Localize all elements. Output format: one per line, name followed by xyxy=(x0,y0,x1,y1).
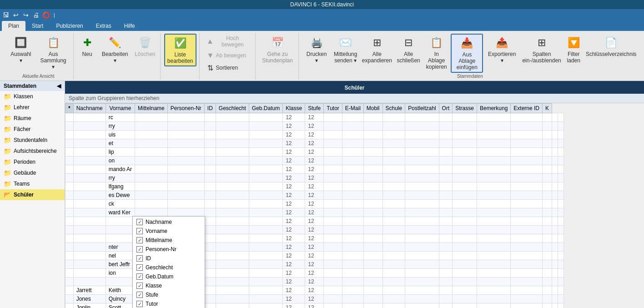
col-header-vorname[interactable]: Vorname xyxy=(106,104,135,113)
table-row[interactable]: rry1212 xyxy=(65,122,564,131)
col-header-k[interactable]: K xyxy=(543,104,552,113)
in-ablage-kopieren-button[interactable]: 📋 In Ablagekopieren xyxy=(423,34,450,72)
qa-undo-icon[interactable]: ↩ xyxy=(12,11,20,19)
neu-button[interactable]: ✚ Neu xyxy=(77,34,97,59)
dropdown-item-klasse[interactable]: ✓ Klasse xyxy=(133,281,205,290)
qa-print-icon[interactable]: 🖨 xyxy=(32,11,40,19)
tab-publizieren[interactable]: Publizieren xyxy=(50,21,89,31)
table-row[interactable]: lip1212 xyxy=(65,148,564,157)
col-header-pin[interactable]: * xyxy=(65,104,74,113)
table-row[interactable]: rc1212 xyxy=(65,113,564,122)
main-header: Schüler xyxy=(65,81,644,94)
sidebar-item-klassen[interactable]: 📁 Klassen xyxy=(0,91,65,102)
checkbox-geschlecht[interactable]: ✓ xyxy=(136,264,143,271)
table-row[interactable]: et1212 xyxy=(65,139,564,148)
dropdown-item-vorname[interactable]: ✓ Vorname xyxy=(133,227,205,236)
gehe-zu-button[interactable]: 📅 Gehe zuStundenplan xyxy=(259,34,295,66)
tab-hilfe[interactable]: Hilfe xyxy=(118,21,141,31)
bearbeiten-button[interactable]: ✏️ Bearbeiten ▾ xyxy=(98,34,132,66)
checkbox-id[interactable]: ✓ xyxy=(136,255,143,262)
dropdown-item-personen-nr[interactable]: ✓ Personen-Nr xyxy=(133,245,205,254)
col-header-externe-id[interactable]: Externe ID xyxy=(511,104,543,113)
checkbox-nachname[interactable]: ✓ xyxy=(136,219,143,225)
qa-circle-icon[interactable]: ⭕ xyxy=(42,11,50,19)
sidebar-collapse-icon[interactable]: ◀ xyxy=(57,83,61,89)
col-header-personen-nr[interactable]: Personen-Nr xyxy=(167,104,204,113)
checkbox-vorname[interactable]: ✓ xyxy=(136,228,143,234)
sidebar-item-faecher[interactable]: 📁 Fächer xyxy=(0,124,65,135)
dropdown-item-geschlecht[interactable]: ✓ Geschlecht xyxy=(133,263,205,272)
table-row[interactable]: ward Ker1212 xyxy=(65,208,564,217)
col-header-bemerkung[interactable]: Bemerkung xyxy=(477,104,510,113)
ab-bewegen-button[interactable]: ▼ Ab bewegen xyxy=(203,50,253,61)
col-header-id[interactable]: ID xyxy=(204,104,216,113)
sidebar-item-gebaeude[interactable]: 📁 Gebäude xyxy=(0,167,65,178)
aus-sammlung-button[interactable]: 📋 AusSammlung ▾ xyxy=(36,34,70,72)
checkbox-stufe[interactable]: ✓ xyxy=(136,292,143,298)
liste-bearbeiten-button[interactable]: ✅ Listebearbeiten xyxy=(164,34,196,66)
checkbox-tutor[interactable]: ✓ xyxy=(136,301,143,307)
sidebar-item-schueler[interactable]: 📂 Schüler xyxy=(0,189,65,200)
loeschen-button[interactable]: 🗑️ Löschen xyxy=(133,34,157,59)
checkbox-personen-nr[interactable]: ✓ xyxy=(136,246,143,252)
table-row[interactable]: ck1212 xyxy=(65,200,564,208)
col-header-geb-datum[interactable]: Geb.Datum xyxy=(249,104,282,113)
sidebar-item-lehrer[interactable]: 📁 Lehrer xyxy=(0,102,65,113)
schluesselverzeichnis-button[interactable]: 📄 Schlüsselverzeichnis xyxy=(584,34,638,59)
col-header-klasse[interactable]: Klasse xyxy=(283,104,305,113)
col-header-nachname[interactable]: Nachname xyxy=(73,104,106,113)
col-header-email[interactable]: E-Mail xyxy=(342,104,363,113)
column-dropdown[interactable]: ✓ Nachname ✓ Vorname ✓ Mittelname ✓ Pers… xyxy=(132,216,205,308)
hoch-bewegen-button[interactable]: ▲ Hoch bewegen xyxy=(203,34,253,49)
tab-plan[interactable]: Plan xyxy=(2,21,25,31)
spalten-einausblenden-button[interactable]: ⊞ Spaltenein-/ausblenden xyxy=(521,34,563,66)
content-area: Stammdaten ◀ 📁 Klassen 📁 Lehrer 📁 Räume … xyxy=(0,81,644,308)
folder-icon: 📁 xyxy=(4,126,11,133)
dropdown-item-mittelname[interactable]: ✓ Mittelname xyxy=(133,236,205,245)
sidebar-item-stundentafeln[interactable]: 📁 Stundentafeln xyxy=(0,135,65,146)
checkbox-mittelname[interactable]: ✓ xyxy=(136,237,143,243)
tab-extras[interactable]: Extras xyxy=(90,21,118,31)
filter-laden-button[interactable]: 🔽 Filterladen xyxy=(564,34,584,66)
table-row[interactable]: mando Ar1212 xyxy=(65,165,564,174)
col-header-strasse[interactable]: Strasse xyxy=(453,104,477,113)
alle-expandieren-button[interactable]: ⊞ Alleexpandieren xyxy=(360,34,394,66)
dropdown-item-geb-datum[interactable]: ✓ Geb.Datum xyxy=(133,272,205,281)
col-header-ort[interactable]: Ort xyxy=(439,104,453,113)
col-header-tutor[interactable]: Tutor xyxy=(324,104,342,113)
tab-start[interactable]: Start xyxy=(25,21,50,31)
dropdown-item-id[interactable]: ✓ ID xyxy=(133,254,205,263)
table-row[interactable]: on1212 xyxy=(65,157,564,165)
alle-schliessen-button[interactable]: ⊟ Alleschließen xyxy=(395,34,422,66)
exportieren-button[interactable]: 📤 Exportieren ▾ xyxy=(484,34,520,66)
col-header-stufe[interactable]: Stufe xyxy=(305,104,324,113)
col-header-geschlecht[interactable]: Geschlecht xyxy=(216,104,249,113)
dropdown-item-stufe[interactable]: ✓ Stufe xyxy=(133,290,205,299)
dropdown-item-tutor[interactable]: ✓ Tutor xyxy=(133,299,205,308)
col-header-schule[interactable]: Schule xyxy=(382,104,405,113)
aus-ablage-einfuegen-button[interactable]: 📥 Aus Ablageeinfügen xyxy=(451,34,483,73)
table-row[interactable]: lfgang1212 xyxy=(65,182,564,191)
table-row[interactable]: rry1212 xyxy=(65,174,564,182)
mitteilung-senden-button[interactable]: ✉️ Mitteilungsenden ▾ xyxy=(332,34,359,66)
col-header-postleitzahl[interactable]: Postleitzahl xyxy=(405,104,439,113)
group-bar: Spalte zum Gruppieren hierherziehen xyxy=(65,94,644,103)
qa-redo-icon[interactable]: ↪ xyxy=(22,11,30,19)
sidebar-item-perioden[interactable]: 📁 Perioden xyxy=(0,157,65,167)
checkbox-geb-datum[interactable]: ✓ xyxy=(136,273,143,280)
sortieren-button[interactable]: ⇅ Sortieren xyxy=(203,62,253,74)
qa-save-icon[interactable]: 🖫 xyxy=(2,11,10,19)
title-text: DAVINCI 6 - SEKII.davinci xyxy=(290,1,354,8)
table-row[interactable]: es Dewe1212 xyxy=(65,191,564,200)
col-header-mittelname[interactable]: Mittelname xyxy=(135,104,168,113)
checkbox-klasse[interactable]: ✓ xyxy=(136,283,143,289)
col-header-mobil[interactable]: Mobil xyxy=(363,104,382,113)
table-wrapper[interactable]: * Nachname Vorname Mittelname Personen-N… xyxy=(65,103,644,308)
auswahl-button[interactable]: 🔲 Auswahl ▾ xyxy=(6,34,35,66)
dropdown-item-nachname[interactable]: ✓ Nachname xyxy=(133,217,205,227)
sidebar-item-aufsichtsbereiche[interactable]: 📁 Aufsichtsbereiche xyxy=(0,146,65,157)
drucken-button[interactable]: 🖨️ Drucken ▾ xyxy=(302,34,331,66)
sidebar-item-raeume[interactable]: 📁 Räume xyxy=(0,113,65,124)
sidebar-item-teams[interactable]: 📁 Teams xyxy=(0,178,65,189)
table-row[interactable]: uis1212 xyxy=(65,131,564,139)
